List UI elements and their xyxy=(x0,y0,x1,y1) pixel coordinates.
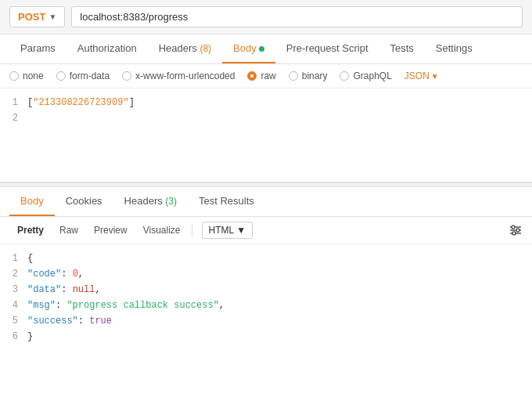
request-tabs: Params Authorization Headers (8) Body Pr… xyxy=(0,34,532,64)
response-line-1: 1 { xyxy=(0,251,532,266)
content-type-select[interactable]: HTML ▼ xyxy=(202,222,253,239)
toolbar-divider xyxy=(192,224,192,236)
request-line-2: 2 xyxy=(0,110,532,126)
response-tab-test-results[interactable]: Test Results xyxy=(188,187,265,216)
body-type-urlencoded[interactable]: x-www-form-urlencoded xyxy=(122,70,235,81)
method-chevron-icon: ▼ xyxy=(49,13,56,21)
response-tabs: Body Cookies Headers (3) Test Results xyxy=(0,187,532,217)
method-label: POST xyxy=(18,11,45,23)
radio-urlencoded xyxy=(122,71,131,81)
request-line-1: 1 ["213308226723909"] xyxy=(0,95,532,110)
response-line-6: 6 } xyxy=(0,329,532,345)
tab-tests[interactable]: Tests xyxy=(379,34,425,63)
response-code-area: 1 { 2 "code": 0, 3 "data": null, 4 "msg"… xyxy=(0,244,532,351)
radio-graphql xyxy=(340,71,349,81)
body-type-none[interactable]: none xyxy=(9,70,44,81)
tab-prerequest[interactable]: Pre-request Script xyxy=(275,34,379,63)
tab-authorization[interactable]: Authorization xyxy=(66,34,148,63)
body-dot-icon xyxy=(259,46,264,52)
format-visualize-button[interactable]: Visualize xyxy=(135,222,189,239)
response-line-4: 4 "msg": "progress callback success", xyxy=(0,298,532,313)
response-toolbar: Pretty Raw Preview Visualize HTML ▼ xyxy=(0,217,532,244)
format-raw-button[interactable]: Raw xyxy=(52,222,86,239)
tab-headers[interactable]: Headers (8) xyxy=(148,34,222,63)
response-line-3: 3 "data": null, xyxy=(0,282,532,298)
radio-none xyxy=(9,71,19,81)
filter-icon[interactable] xyxy=(509,224,523,236)
tab-params[interactable]: Params xyxy=(9,34,66,63)
url-bar: POST ▼ xyxy=(0,0,532,34)
response-tab-headers[interactable]: Headers (3) xyxy=(113,187,188,216)
tab-body[interactable]: Body xyxy=(222,34,275,63)
body-type-form-data[interactable]: form-data xyxy=(56,70,110,81)
url-input[interactable] xyxy=(71,6,523,27)
tab-settings[interactable]: Settings xyxy=(425,34,483,63)
body-type-binary[interactable]: binary xyxy=(289,70,328,81)
response-tab-cookies[interactable]: Cookies xyxy=(55,187,113,216)
radio-binary xyxy=(289,71,298,81)
body-type-graphql[interactable]: GraphQL xyxy=(340,70,391,81)
content-type-chevron-icon: ▼ xyxy=(236,225,246,236)
svg-point-3 xyxy=(512,226,515,229)
response-line-5: 5 "success": true xyxy=(0,313,532,329)
json-format-select[interactable]: JSON ▼ xyxy=(404,70,439,81)
radio-form-data xyxy=(56,71,66,81)
body-type-tabs: none form-data x-www-form-urlencoded raw… xyxy=(0,64,532,88)
svg-point-4 xyxy=(516,229,519,232)
format-pretty-button[interactable]: Pretty xyxy=(9,222,52,239)
radio-raw xyxy=(247,71,257,81)
json-chevron-icon: ▼ xyxy=(431,72,439,81)
method-select[interactable]: POST ▼ xyxy=(9,6,65,27)
response-tab-body[interactable]: Body xyxy=(9,187,55,216)
request-code-area[interactable]: 1 ["213308226723909"] 2 xyxy=(0,88,532,182)
svg-point-5 xyxy=(512,232,516,235)
format-preview-button[interactable]: Preview xyxy=(86,222,135,239)
response-line-2: 2 "code": 0, xyxy=(0,266,532,282)
body-type-raw[interactable]: raw xyxy=(247,70,275,81)
